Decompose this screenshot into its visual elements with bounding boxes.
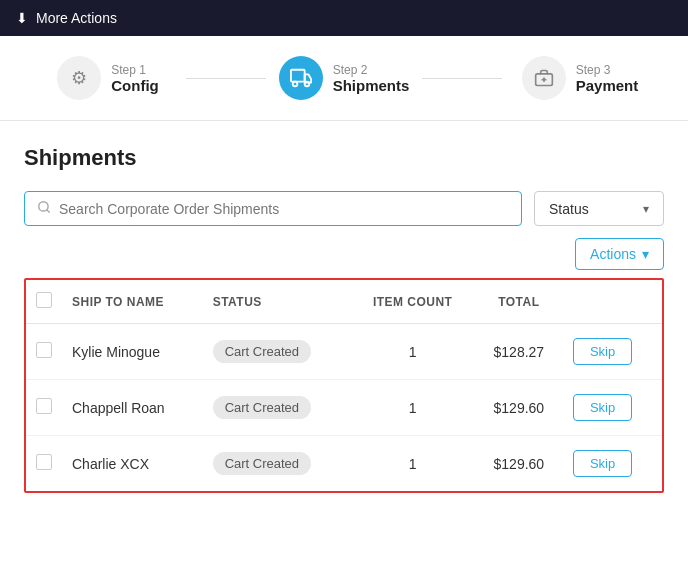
search-icon <box>37 200 51 217</box>
header-item-count: ITEM COUNT <box>351 280 475 324</box>
svg-line-7 <box>47 210 50 213</box>
main-content: Shipments Status ▾ Actions ▾ <box>0 121 688 509</box>
header-status: STATUS <box>203 280 351 324</box>
row-checkbox[interactable] <box>36 342 52 358</box>
item-count: 1 <box>351 380 475 436</box>
search-box[interactable] <box>24 191 522 226</box>
status-dropdown-label: Status <box>549 201 589 217</box>
row-checkbox-cell <box>26 436 62 492</box>
step-config-number: Step 1 <box>111 63 158 77</box>
table-row: Chappell Roan Cart Created 1 $129.60 Ski… <box>26 380 662 436</box>
skip-cell: Skip <box>563 380 662 436</box>
shipments-table: SHIP TO NAME STATUS ITEM COUNT TOTAL Kyl… <box>26 280 662 491</box>
svg-rect-0 <box>291 70 305 82</box>
step-payment-icon <box>522 56 566 100</box>
header-total: TOTAL <box>475 280 563 324</box>
ship-to-name: Chappell Roan <box>62 380 203 436</box>
shipments-table-wrapper: SHIP TO NAME STATUS ITEM COUNT TOTAL Kyl… <box>24 278 664 493</box>
total: $129.60 <box>475 380 563 436</box>
step-shipments-name: Shipments <box>333 77 410 94</box>
step-payment[interactable]: Step 3 Payment <box>502 56 658 100</box>
step-shipments[interactable]: Step 2 Shipments <box>266 56 422 100</box>
header-action <box>563 280 662 324</box>
header-ship-to-name: SHIP TO NAME <box>62 280 203 324</box>
item-count: 1 <box>351 436 475 492</box>
item-count: 1 <box>351 324 475 380</box>
table-row: Kylie Minogue Cart Created 1 $128.27 Ski… <box>26 324 662 380</box>
step-connector-2 <box>422 78 502 79</box>
header-checkbox[interactable] <box>36 292 52 308</box>
actions-button-label: Actions <box>590 246 636 262</box>
skip-button[interactable]: Skip <box>573 338 632 365</box>
step-payment-number: Step 3 <box>576 63 639 77</box>
row-checkbox[interactable] <box>36 398 52 414</box>
status-badge: Cart Created <box>213 340 311 363</box>
skip-cell: Skip <box>563 324 662 380</box>
skip-button[interactable]: Skip <box>573 450 632 477</box>
row-checkbox-cell <box>26 380 62 436</box>
actions-button[interactable]: Actions ▾ <box>575 238 664 270</box>
step-config-icon: ⚙ <box>57 56 101 100</box>
actions-chevron-icon: ▾ <box>642 246 649 262</box>
status-badge: Cart Created <box>213 396 311 419</box>
skip-cell: Skip <box>563 436 662 492</box>
status-dropdown[interactable]: Status ▾ <box>534 191 664 226</box>
ship-to-name: Kylie Minogue <box>62 324 203 380</box>
table-header-row: SHIP TO NAME STATUS ITEM COUNT TOTAL <box>26 280 662 324</box>
more-actions-icon: ⬇ <box>16 10 28 26</box>
step-shipments-number: Step 2 <box>333 63 410 77</box>
actions-row: Actions ▾ <box>24 238 664 270</box>
total: $128.27 <box>475 324 563 380</box>
step-config-name: Config <box>111 77 158 94</box>
search-filter-row: Status ▾ <box>24 191 664 226</box>
step-payment-name: Payment <box>576 77 639 94</box>
steps-container: ⚙ Step 1 Config Step 2 Shipments <box>0 36 688 121</box>
row-checkbox[interactable] <box>36 454 52 470</box>
skip-button[interactable]: Skip <box>573 394 632 421</box>
search-input[interactable] <box>59 201 509 217</box>
status-badge: Cart Created <box>213 452 311 475</box>
step-shipments-icon <box>279 56 323 100</box>
top-bar: ⬇ More Actions <box>0 0 688 36</box>
step-config-text: Step 1 Config <box>111 63 158 94</box>
section-title: Shipments <box>24 145 664 171</box>
svg-point-1 <box>292 82 297 87</box>
header-checkbox-cell <box>26 280 62 324</box>
more-actions-label: More Actions <box>36 10 117 26</box>
row-checkbox-cell <box>26 324 62 380</box>
ship-to-name: Charlie XCX <box>62 436 203 492</box>
total: $129.60 <box>475 436 563 492</box>
step-shipments-text: Step 2 Shipments <box>333 63 410 94</box>
step-config[interactable]: ⚙ Step 1 Config <box>30 56 186 100</box>
step-payment-text: Step 3 Payment <box>576 63 639 94</box>
row-status: Cart Created <box>203 324 351 380</box>
row-status: Cart Created <box>203 436 351 492</box>
chevron-down-icon: ▾ <box>643 202 649 216</box>
table-row: Charlie XCX Cart Created 1 $129.60 Skip <box>26 436 662 492</box>
step-connector-1 <box>186 78 266 79</box>
svg-point-2 <box>304 82 309 87</box>
row-status: Cart Created <box>203 380 351 436</box>
